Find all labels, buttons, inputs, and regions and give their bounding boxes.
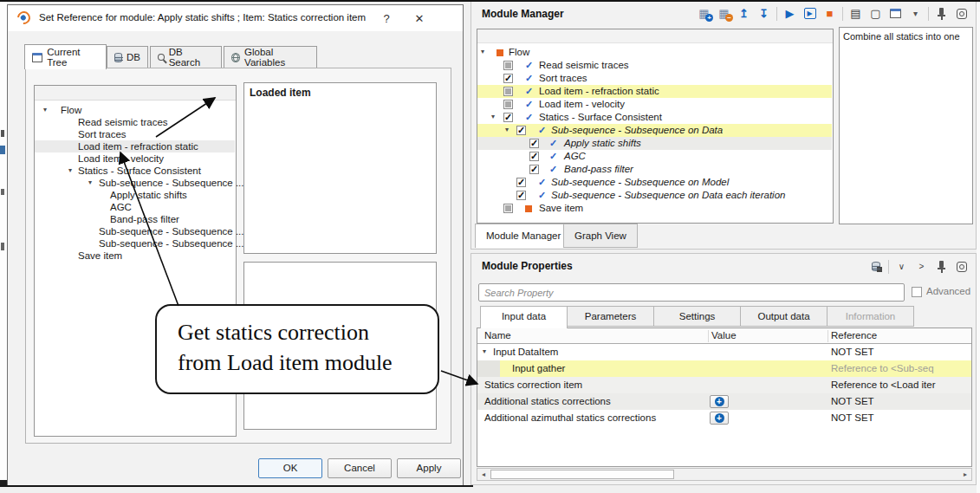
tab-db-search[interactable]: DB Search [150,46,222,68]
flow-log-icon[interactable]: ▤ [848,6,863,21]
module-tree-item[interactable]: ✓Apply static shifts [477,137,832,150]
module-manager-tree: ▾Flow✓Read seismic traces✓Sort traces✓Lo… [477,46,833,223]
collapse-icon[interactable]: ∨ [894,259,909,274]
dialog-tree-item[interactable]: Sub-sequence - Subsequence ... [35,237,235,250]
flow-comment-box[interactable]: Combine all statics into one [839,27,973,224]
module-tree-item[interactable]: Save item [477,202,832,215]
dialog-tree-item[interactable]: Apply static shifts [35,189,235,201]
new-window-icon[interactable] [888,6,903,21]
module-tree-item[interactable]: ✓Sub-sequence - Subsequence on Model [477,176,832,189]
dialog-tree-item[interactable]: Sub-sequence - Subsequence ... [35,225,235,237]
tab-parameters[interactable]: Parameters [567,306,654,327]
module-manager-panel: Module Manager ▦+▦−↥↧▶▶■▤▢▾ ▾Flow✓Read s… [471,2,977,250]
module-checkbox[interactable] [503,87,513,96]
expander-icon[interactable]: ▾ [505,125,509,135]
float-panel-icon[interactable] [954,6,969,21]
expander-icon[interactable]: ▾ [88,178,92,188]
tab-db[interactable]: DB [107,46,148,68]
tab-graph-view[interactable]: Graph View [563,224,638,248]
module-tree-item[interactable]: ✓Read seismic traces [477,59,832,72]
expander-icon[interactable]: ▾ [68,165,72,176]
property-row[interactable]: Input gatherReference to <Sub-seq [477,360,971,377]
stop-icon[interactable]: ■ [822,6,837,21]
close-button[interactable]: ✕ [408,10,431,28]
help-button[interactable]: ? [375,10,398,28]
module-tree-item[interactable]: ✓Sub-sequence - Subsequence on Data each… [477,189,832,202]
property-row[interactable]: Additional statics corrections+NOT SET [477,393,971,410]
scroll-left-icon[interactable]: ◂ [477,469,490,480]
module-checkbox[interactable] [529,139,539,148]
module-checkbox[interactable] [516,178,526,187]
move-up-icon[interactable]: ↥ [737,6,751,21]
property-row[interactable]: ▾Input DataItemNOT SET [477,344,971,360]
dropdown-caret-icon[interactable]: ▾ [908,6,923,21]
expander-icon[interactable]: ▾ [481,47,484,57]
dialog-tree-item[interactable]: ▾Statics - Surface Consistent [35,165,235,177]
pin-icon[interactable] [934,6,949,21]
advanced-checkbox[interactable] [912,287,922,297]
dialog-tree-item[interactable]: Load item - velocity [35,152,235,165]
dialog-tree-item[interactable]: Save item [35,250,235,262]
move-down-icon[interactable]: ↧ [756,6,771,21]
dialog-tree-item[interactable]: Sort traces [35,128,235,140]
dialog-tree-item[interactable]: Band-pass filter [35,213,235,225]
module-tree-item[interactable]: ✓AGC [477,150,832,163]
tab-output-data[interactable]: Output data [740,306,827,327]
expander-icon[interactable]: ▾ [43,105,47,115]
module-checkbox[interactable] [503,204,513,213]
apply-button[interactable]: Apply [397,458,461,478]
module-tree-item[interactable]: ▾Flow [477,46,832,59]
dialog-tree-item[interactable]: ▾Flow [35,104,235,116]
column-separator[interactable] [827,330,828,342]
tab-module-manager[interactable]: Module Manager [475,224,572,248]
dialog-tree-item[interactable]: Read seismic traces [35,116,235,128]
module-checkbox[interactable] [503,74,513,83]
expand-icon[interactable]: > [914,259,929,274]
tab-current-tree[interactable]: Current Tree [24,44,107,69]
dialog-titlebar[interactable]: Set Reference for module: Apply static s… [8,5,463,31]
run-icon[interactable]: ▶ [782,6,797,21]
add-item-button[interactable]: + [710,395,729,408]
ok-button[interactable]: OK [258,458,322,478]
tree-item-label: Load item - refraction static [78,140,198,152]
remove-module-icon[interactable]: ▦− [717,6,731,21]
save-to-db-icon [872,262,880,271]
tab-settings[interactable]: Settings [653,306,741,327]
module-checkbox[interactable] [503,100,513,109]
module-tree-item[interactable]: ✓Load item - refraction static [477,85,832,98]
add-module-icon[interactable]: ▦+ [697,6,711,21]
module-checkbox[interactable] [503,113,513,122]
module-checkbox[interactable] [529,152,539,161]
save-to-db-icon[interactable] [868,259,883,274]
module-tree-item[interactable]: ▾✓Sub-sequence - Subsequence on Data [477,124,832,137]
module-checkbox[interactable] [529,165,539,174]
float-panel-icon[interactable] [954,259,969,274]
module-tree-item[interactable]: ▾✓Statics - Surface Consistent [477,111,832,124]
dialog-tree-item[interactable]: AGC [35,201,235,213]
dialog-tree-item[interactable]: ▾Sub-sequence - Subsequence ... [35,177,235,189]
column-separator[interactable] [708,330,709,342]
module-checkbox[interactable] [516,126,526,135]
scrollbar-thumb[interactable] [490,470,674,479]
search-property-input[interactable] [478,283,905,302]
module-tree-item[interactable]: ✓Load item - velocity [477,98,832,111]
expander-icon[interactable]: ▾ [483,347,486,357]
module-tree-item[interactable]: ✓Sort traces [477,72,832,85]
property-row[interactable]: Statics correction itemReference to <Loa… [477,377,971,393]
pin-icon[interactable] [934,259,949,274]
cancel-button[interactable]: Cancel [328,458,392,478]
property-row[interactable]: Additional azimuthal statics corrections… [477,410,971,426]
add-item-button[interactable]: + [710,412,729,425]
tab-global-variables[interactable]: Global Variables [224,46,317,68]
expander-icon[interactable]: ▾ [491,112,495,122]
module-tree-item[interactable]: ✓Band-pass filter [477,163,832,176]
tab-information[interactable]: Information [827,306,914,327]
module-checkbox[interactable] [516,191,526,200]
dialog-tree-item[interactable]: Load item - refraction static [35,140,235,152]
tab-input-data[interactable]: Input data [480,306,568,328]
horizontal-scrollbar[interactable]: ◂ ▸ [477,468,972,481]
paste-icon[interactable]: ▢ [868,6,883,21]
scroll-right-icon[interactable]: ▸ [959,469,971,480]
run-flow-icon[interactable]: ▶ [802,6,817,21]
module-checkbox[interactable] [503,61,513,70]
